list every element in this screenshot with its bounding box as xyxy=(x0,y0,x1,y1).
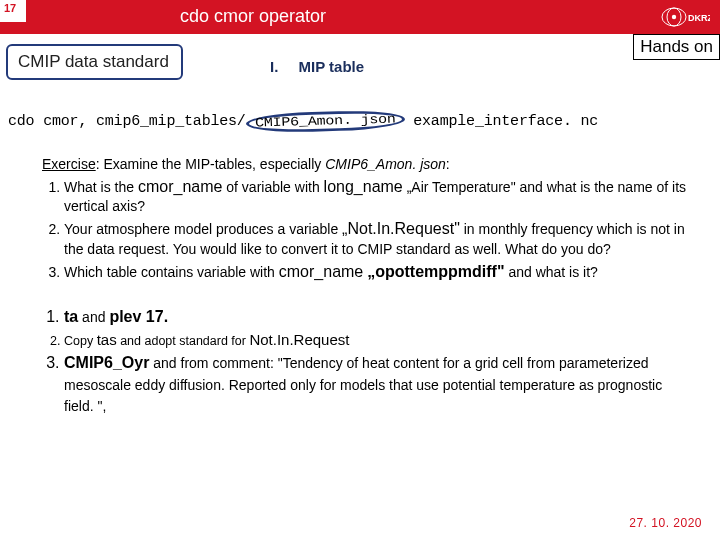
title-bar: 17 cdo cmor operator DKRZ xyxy=(0,0,720,34)
answers-list: ta and plev 17. Copy tas and adopt stand… xyxy=(64,306,692,417)
date-footer: 27. 10. 2020 xyxy=(629,516,702,530)
exercise-filename: CMIP6_Amon. json xyxy=(325,156,446,172)
exercise-item-2: Your atmosphere model produces a variabl… xyxy=(64,218,692,258)
answer-item-1: ta and plev 17. xyxy=(64,306,692,328)
command-line: cdo cmor, cmip6_mip_tables/CMIP6_Amon. j… xyxy=(8,110,720,133)
topic-tab: CMIP data standard xyxy=(6,44,183,80)
exercise-item-3: Which table contains variable with cmor_… xyxy=(64,261,692,283)
section-name: MIP table xyxy=(299,58,365,75)
exercise-colon: : xyxy=(446,156,450,172)
cmd-post: example_interface. nc xyxy=(404,113,598,130)
exercise-lead: Exercise: Examine the MIP-tables, especi… xyxy=(42,155,692,174)
dkrz-logo: DKRZ xyxy=(654,5,710,29)
exercise-list: What is the cmor_name of variable with l… xyxy=(64,176,692,283)
slide-title: cdo cmor operator xyxy=(180,6,326,27)
exercise-item-1: What is the cmor_name of variable with l… xyxy=(64,176,692,216)
exercise-block: Exercise: Examine the MIP-tables, especi… xyxy=(0,133,720,282)
svg-point-2 xyxy=(672,15,676,19)
answer-item-2: Copy tas and adopt standard for Not.In.R… xyxy=(64,330,692,350)
section-heading: I. MIP table xyxy=(270,58,364,75)
hands-on-tag: Hands on xyxy=(633,34,720,60)
exercise-label: Exercise xyxy=(42,156,96,172)
answer-item-3: CMIP6_Oyr and from comment: "Tendency of… xyxy=(64,352,692,417)
section-number: I. xyxy=(270,58,278,75)
cmd-pre: cdo cmor, cmip6_mip_tables/ xyxy=(8,113,246,130)
answers-block: ta and plev 17. Copy tas and adopt stand… xyxy=(0,284,720,417)
cmd-circled: CMIP6_Amon. json xyxy=(245,109,405,133)
slide-number: 17 xyxy=(0,0,26,22)
svg-text:DKRZ: DKRZ xyxy=(688,13,710,23)
exercise-lead-text: : Examine the MIP-tables, especially xyxy=(96,156,326,172)
